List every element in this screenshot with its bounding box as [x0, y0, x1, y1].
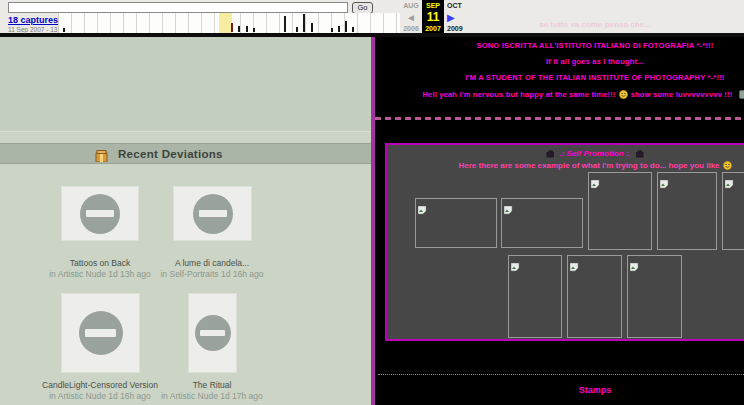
capture-tick[interactable]: [231, 23, 233, 32]
next-year-label[interactable]: 2009: [447, 24, 463, 33]
broken-image-placeholder[interactable]: [501, 198, 583, 248]
emoticon-icon: [739, 90, 744, 99]
capture-tick[interactable]: [238, 26, 240, 32]
broken-image-placeholder[interactable]: [415, 198, 497, 248]
capture-tick[interactable]: [253, 28, 255, 32]
deviation-thumbnail-blocked[interactable]: [61, 186, 139, 241]
capture-tick[interactable]: [331, 28, 333, 32]
stamps-section-label: Stamps: [375, 385, 744, 395]
broken-image-placeholder[interactable]: [567, 255, 622, 338]
deviation-title-link[interactable]: The Ritual: [152, 380, 272, 390]
journal-line-nervous: Hell yeah i'm nervous but happy at the s…: [375, 89, 744, 100]
promo-subtitle-text: Here there are some example of what i'm …: [458, 161, 719, 170]
capture-tick[interactable]: [352, 27, 354, 32]
journal-line-student: I'M A STUDENT OF THE ITALIAN INSTITUTE O…: [375, 73, 744, 82]
deviation-caption: The Ritual in Artistic Nude 1d 17h ago: [152, 380, 272, 401]
broken-image-icon: [660, 175, 669, 184]
broken-image-placeholder[interactable]: [627, 255, 682, 338]
deviation-thumbnail-blocked[interactable]: [173, 186, 252, 241]
deviation-meta: in Self-Portraits 1d 16h ago: [137, 269, 287, 279]
broken-image-icon: [418, 201, 427, 210]
broken-image-icon: [591, 175, 600, 184]
date-navigator: AUG ◄ 2006 SEP 11 2007 OCT ▶ 2009: [400, 0, 474, 33]
broken-image-placeholder[interactable]: [588, 172, 652, 250]
self-promotion-subtitle: Here there are some example of what i'm …: [387, 161, 744, 170]
promo-title-text: .: Self Promotion :.: [559, 149, 630, 158]
blocked-icon: [79, 311, 123, 355]
broken-image-icon: [511, 258, 520, 267]
nav-col-prev: AUG ◄ 2006: [400, 0, 422, 33]
deviation-title-link[interactable]: A lume di candela...: [137, 258, 287, 268]
screen: Go 18 captures 11 Sep 2007 - 13 Nov 2019…: [0, 0, 744, 405]
deviation-thumbnail-blocked[interactable]: [188, 293, 237, 373]
journal-line-thought: If it all goes as I thought...: [375, 57, 744, 66]
self-promotion-box: .: Self Promotion :. Here there are some…: [385, 143, 744, 341]
dashed-separator: [375, 117, 744, 120]
gift-icon: [95, 148, 108, 160]
widget-title: Recent Deviations: [118, 148, 223, 160]
capture-tick[interactable]: [296, 27, 298, 32]
broken-image-icon: [504, 201, 513, 210]
camera-icon: [546, 150, 554, 158]
deviantart-left-page: Recent Deviations Tattoos on Back in Art…: [0, 37, 371, 405]
prev-year-label[interactable]: 2006: [403, 24, 419, 33]
wayback-toolbar: Go 18 captures 11 Sep 2007 - 13 Nov 2019…: [0, 0, 744, 37]
next-month-label: OCT: [447, 0, 462, 11]
smiley-icon: [723, 161, 732, 170]
current-year-label: 2007: [425, 24, 441, 33]
capture-tick[interactable]: [345, 21, 347, 32]
journal-faint-title: se tutto va come penso che...: [470, 20, 720, 29]
deviantart-journal-page: SONO ISCRITTA ALL'ISTITUTO ITALIANO DI F…: [375, 37, 744, 405]
deviation-meta: in Artistic Nude 1d 17h ago: [152, 391, 272, 401]
broken-image-placeholder[interactable]: [657, 172, 717, 250]
url-input[interactable]: [8, 2, 348, 13]
recent-deviations-widget: Recent Deviations Tattoos on Back in Art…: [0, 131, 371, 405]
recent-deviations-header: Recent Deviations: [0, 143, 371, 164]
smiley-icon: [619, 90, 628, 99]
blocked-icon: [195, 315, 231, 351]
prev-month-label: AUG: [403, 0, 419, 11]
capture-tick[interactable]: [303, 14, 305, 32]
deviation-thumbnail-blocked[interactable]: [61, 293, 140, 373]
broken-image-icon: [570, 258, 579, 267]
current-day-label: 11: [427, 11, 440, 24]
deviation-caption: A lume di candela... in Self-Portraits 1…: [137, 258, 287, 279]
camera-icon: [636, 150, 644, 158]
self-promotion-title: .: Self Promotion :.: [387, 149, 744, 158]
next-capture-arrow-icon[interactable]: ▶: [447, 11, 455, 24]
prev-capture-arrow-icon[interactable]: ◄: [406, 11, 416, 24]
journal-line-italian: SONO ISCRITTA ALL'ISTITUTO ITALIANO DI F…: [375, 41, 744, 50]
captures-timeline[interactable]: [58, 13, 400, 33]
capture-tick[interactable]: [338, 26, 340, 32]
blocked-icon: [80, 194, 120, 234]
nervous-text-post: show some luvvvvvvvvv !!!: [631, 90, 733, 99]
broken-image-icon: [630, 258, 639, 267]
broken-image-icon: [725, 175, 734, 184]
capture-tick[interactable]: [284, 16, 286, 32]
capture-tick[interactable]: [63, 28, 65, 32]
nervous-text-pre: Hell yeah i'm nervous but happy at the s…: [422, 90, 615, 99]
blocked-icon: [193, 194, 233, 234]
captures-link[interactable]: 18 captures: [8, 15, 58, 25]
dotted-separator: [378, 374, 744, 375]
broken-image-placeholder[interactable]: [722, 172, 744, 250]
capture-tick[interactable]: [311, 23, 313, 32]
nav-col-current: SEP 11 2007: [422, 0, 444, 33]
capture-tick[interactable]: [246, 26, 248, 32]
broken-image-placeholder[interactable]: [508, 255, 562, 338]
